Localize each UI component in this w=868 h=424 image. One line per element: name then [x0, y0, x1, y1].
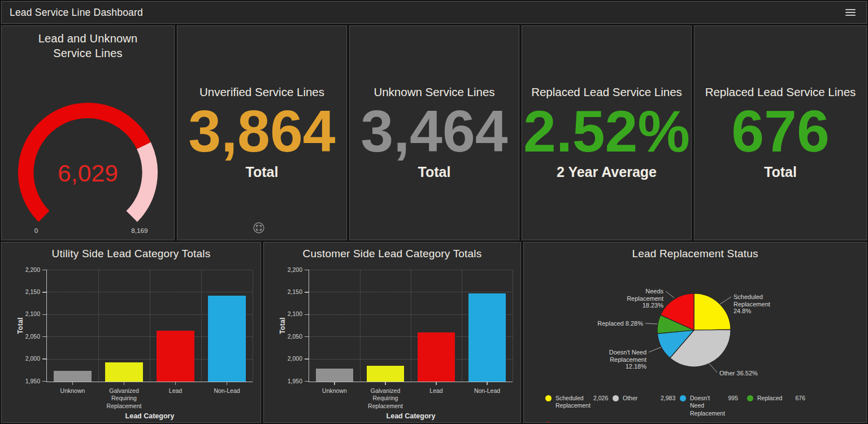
gauge-svg: 6,02908,169 [2, 63, 174, 236]
indicator-title: Replaced Lead Service Lines [531, 85, 682, 99]
pie-slice-label-line: 12.18% [626, 363, 647, 370]
legend-item-replaced[interactable]: Replaced676 [747, 395, 814, 418]
indicator-title: Replaced Lead Service Lines [705, 85, 856, 99]
pie-slice-label-line: Replaced 8.28% [597, 320, 643, 327]
chart-title: Utility Side Lead Category Totals [5, 247, 257, 261]
panel-indicator-replaced-total: Replaced Lead Service Lines 676 Total [694, 25, 867, 240]
pie-slice-label: Replaced 8.28% [597, 320, 643, 327]
y-tick-label: 1,950 [264, 378, 302, 384]
panel-pie-chart: Lead Replacement Status ScheduledReplace… [523, 242, 867, 423]
pie-slice-label-line: Scheduled [734, 293, 763, 300]
legend-swatch [613, 395, 619, 401]
x-axis-line [309, 382, 513, 383]
hamburger-line [845, 15, 856, 16]
category-label: Lead [150, 387, 201, 395]
expand-handle-icon[interactable] [253, 222, 265, 234]
y-tick-label: 2,150 [264, 288, 302, 295]
pie-callout-line [666, 291, 674, 298]
x-axis-tick [334, 382, 335, 385]
x-axis-title: Lead Category [309, 412, 513, 420]
chart-title: Customer Side Lead Category Totals [267, 247, 517, 261]
header-bar: Lead Service Line Dashboard [1, 1, 867, 24]
y-axis-title: Total [16, 317, 24, 334]
y-axis-line [46, 270, 47, 382]
panel-utility-bar-chart: Utility Side Lead Category Totals 1,9502… [1, 242, 261, 423]
bar-lead[interactable] [157, 331, 194, 381]
y-tick-label: 2,000 [2, 355, 40, 362]
legend-item-scheduled-replacement[interactable]: Scheduled Replacement2,026 [545, 395, 613, 418]
pie-slice-label-line: 24.8% [734, 308, 751, 314]
legend-label: Needs Replacement [555, 421, 591, 423]
indicator-title: Unknown Service Lines [374, 85, 494, 99]
pie-chart: ScheduledReplacement24.8%Other 36.52%Doe… [524, 261, 866, 392]
hamburger-menu-icon[interactable] [844, 6, 857, 19]
y-tick-label: 1,950 [2, 378, 40, 384]
pie-slice-label: NeedsReplacement18.23% [627, 288, 663, 309]
gridline-vertical [513, 270, 513, 382]
legend-label: Doesn't Need Replacement [690, 395, 725, 418]
dashboard-title: Lead Service Line Dashboard [10, 7, 143, 19]
bar-galvanized[interactable] [105, 362, 142, 382]
category-label: Non-Lead [201, 387, 253, 395]
bar-galvanized[interactable] [367, 366, 404, 382]
panel-gauge-lead-unknown: Lead and Unknown Service Lines 6,02908,1… [1, 25, 175, 240]
pie-slice-scheduled-replacement[interactable] [694, 293, 731, 330]
gauge-max-label: 8,169 [131, 227, 147, 234]
gridline-vertical [462, 270, 462, 382]
bar-unknown[interactable] [316, 369, 353, 381]
gridline-vertical [150, 270, 150, 382]
indicator-caption: 2 Year Average [557, 164, 657, 180]
category-label: Lead [411, 387, 462, 395]
pie-slice-label: Other 36.52% [719, 370, 758, 377]
category-label: Unknown [309, 387, 360, 395]
dashboard: Lead Service Line Dashboard Lead and Unk… [0, 0, 868, 424]
legend-item-needs-replacement[interactable]: Needs Replacement1,489 [545, 421, 613, 423]
utility-bar-chart: 1,9502,0002,0502,1002,1502,200UnknownGal… [2, 261, 261, 422]
bottom-row: Utility Side Lead Category Totals 1,9502… [1, 242, 867, 423]
x-axis-tick [72, 382, 73, 385]
gauge-track-arc [132, 146, 150, 217]
indicator-title: Unverified Service Lines [199, 85, 324, 99]
legend-label: Scheduled Replacement [555, 395, 591, 418]
legend-value: 2,026 [593, 395, 608, 418]
gridline-vertical [253, 270, 253, 382]
pie-slice-label-line: 18.23% [643, 302, 664, 309]
panel-indicator-unknown: Unknown Service Lines 3,464 Total [349, 25, 519, 240]
x-axis-line [46, 382, 253, 383]
pie-slice-label-line: Replacement [627, 295, 663, 301]
gauge-value-label: 6,029 [58, 160, 118, 187]
gridline-vertical [201, 270, 202, 382]
category-label: Unknown [47, 387, 98, 395]
bar-non-lead[interactable] [468, 293, 506, 382]
legend-item-doesn-t-need-replacement[interactable]: Doesn't Need Replacement995 [680, 395, 747, 418]
pie-callout-line [709, 364, 717, 373]
top-row: Lead and Unknown Service Lines 6,02908,1… [1, 25, 867, 240]
legend-value: 1,489 [593, 421, 608, 423]
x-axis-tick [487, 382, 488, 385]
panel-indicator-replaced-pct: Replaced Lead Service Lines 2.52% 2 Year… [522, 25, 692, 240]
legend-swatch [747, 395, 753, 401]
legend-item-other[interactable]: Other2,983 [613, 395, 680, 418]
y-tick-label: 2,000 [264, 355, 302, 362]
legend-label: Other [623, 395, 658, 418]
bar-lead[interactable] [418, 332, 455, 382]
gridline-vertical [411, 270, 411, 382]
legend-value: 2,983 [661, 395, 675, 418]
indicator-value: 3,864 [188, 99, 335, 163]
y-tick-label: 2,150 [2, 288, 40, 295]
customer-bar-chart: 1,9502,0002,0502,1002,1502,200UnknownGal… [264, 261, 520, 422]
x-axis-tick [385, 382, 386, 385]
legend-swatch [545, 422, 552, 423]
gridline-vertical [360, 270, 361, 382]
bar-unknown[interactable] [54, 371, 91, 381]
pie-slice-label: ScheduledReplacement24.8% [734, 293, 770, 314]
gauge-chart: 6,02908,169 [2, 60, 174, 240]
legend-swatch [545, 395, 552, 401]
pie-svg: ScheduledReplacement24.8%Other 36.52%Doe… [524, 263, 866, 392]
gauge-min-label: 0 [34, 227, 38, 234]
category-label: Galvanized Requiring Replacement [360, 387, 411, 410]
bar-non-lead[interactable] [208, 296, 245, 381]
y-tick-label: 2,200 [2, 266, 40, 273]
indicator-value: 2.52% [523, 99, 690, 163]
pie-slice-label-line: Replacement [734, 300, 770, 307]
